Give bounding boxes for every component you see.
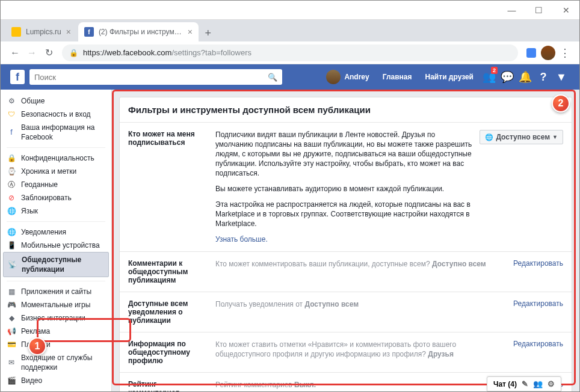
chat-bar[interactable]: Чат (4) ✎ 👥 ⚙ <box>487 376 561 391</box>
sidebar-icon: 🛡 <box>7 109 16 119</box>
sidebar-item-label: Безопасность и вход <box>21 109 91 119</box>
settings-panel: Фильтры и инструменты доступной всем пуб… <box>119 97 572 391</box>
sidebar-item-label: Геоданные <box>21 180 58 189</box>
nav-home[interactable]: Главная <box>377 64 418 90</box>
avatar <box>541 46 555 60</box>
people-icon[interactable]: 👥 <box>533 379 543 388</box>
url-domain: https://web.facebook.com <box>83 48 171 57</box>
forward-button[interactable]: → <box>23 44 40 61</box>
annotation-number-2: 2 <box>552 94 570 112</box>
fb-search-box[interactable]: 🔍 <box>29 69 282 85</box>
favicon: f <box>84 27 94 37</box>
friend-requests-icon[interactable]: 👥2 <box>481 64 498 90</box>
new-tab-button[interactable]: + <box>200 25 217 41</box>
sidebar-icon: f <box>7 127 16 137</box>
sidebar-icon: 📢 <box>7 326 16 336</box>
browser-tab[interactable]: Lumpics.ru × <box>5 22 77 41</box>
gear-icon[interactable]: ⚙ <box>548 379 555 388</box>
url-input[interactable]: 🔒 https://web.facebook.com/settings?tab=… <box>62 44 518 61</box>
setting-description: Кто может комментировать ваши публикации… <box>215 259 506 269</box>
audience-dropdown[interactable]: 🌐Доступно всем▼ <box>480 130 563 144</box>
sidebar-item[interactable]: ⚙Общие <box>1 94 111 108</box>
tab-title: Lumpics.ru <box>26 28 61 36</box>
settings-main: Фильтры и инструменты доступной всем пуб… <box>112 90 579 391</box>
close-icon[interactable]: × <box>188 27 193 37</box>
setting-label: Кто может на меня подписываться <box>128 130 215 147</box>
extension-button[interactable] <box>523 44 540 61</box>
search-input[interactable] <box>34 73 268 82</box>
sidebar-item[interactable]: 🎮Моментальные игры <box>1 298 111 311</box>
setting-action: Редактировать <box>513 259 563 268</box>
settings-row: Доступные всем уведомления о публикацииП… <box>120 292 572 332</box>
sidebar-item-label: Видео <box>21 376 42 385</box>
sidebar-item[interactable]: ✉Входящие от службы поддержки <box>1 351 111 374</box>
page-title: Фильтры и инструменты доступной всем пуб… <box>120 97 572 123</box>
sidebar-item[interactable]: ▦Приложения и сайты <box>1 285 111 298</box>
sidebar-icon: Ⓐ <box>7 180 16 189</box>
sidebar-icon: ✉ <box>7 358 16 367</box>
edit-link[interactable]: Редактировать <box>513 340 563 348</box>
sidebar-item[interactable]: 🎬Видео <box>1 374 111 387</box>
annotation-number-1: 1 <box>28 337 46 355</box>
profile-link[interactable]: Andrey <box>320 64 375 90</box>
window-titlebar: — ☐ ✕ <box>1 1 579 20</box>
sidebar-item[interactable]: ◆Бизнес-интеграции <box>1 311 111 325</box>
nav-find-friends[interactable]: Найти друзей <box>419 64 480 90</box>
dropdown-icon[interactable]: ▼ <box>553 64 570 90</box>
sidebar-icon: 🌐 <box>7 227 16 237</box>
sidebar-item-label: Моментальные игры <box>21 300 90 310</box>
dropdown-label: Доступно всем <box>496 133 550 141</box>
edit-link[interactable]: Редактировать <box>513 259 563 268</box>
fb-logo[interactable]: f <box>10 70 25 84</box>
back-button[interactable]: ← <box>7 44 23 61</box>
messenger-icon[interactable]: 💬 <box>499 64 516 90</box>
browser-tab-bar: Lumpics.ru × f (2) Фильтры и инструменты… <box>1 20 579 41</box>
sidebar-item-label: Заблокировать <box>21 193 72 203</box>
notifications-icon[interactable]: 🔔 <box>517 64 534 90</box>
sidebar-icon: ⊘ <box>7 193 16 203</box>
sidebar-item[interactable]: 🌐Уведомления <box>1 225 111 239</box>
setting-label: Комментарии к общедоступным публикациям <box>128 259 215 284</box>
sidebar-icon: ⌚ <box>7 167 16 176</box>
profile-button[interactable] <box>540 44 557 61</box>
setting-label: Доступные всем уведомления о публикации <box>128 299 215 325</box>
learn-more-link[interactable]: Узнать больше. <box>215 235 268 243</box>
sidebar-icon: ▦ <box>7 287 16 296</box>
chat-label: Чат (4) <box>493 380 517 388</box>
sidebar-item[interactable]: 📡Общедоступные публикации <box>3 252 109 277</box>
sidebar-item[interactable]: 🔒Конфиденциальность <box>1 152 111 165</box>
sidebar-icon: 🎮 <box>7 300 16 310</box>
window-minimize-button[interactable]: — <box>498 1 525 20</box>
help-icon[interactable]: ? <box>535 64 552 90</box>
settings-row: Кто может на меня подписыватьсяПодписчик… <box>120 123 572 252</box>
browser-menu-button[interactable]: ⋮ <box>557 44 573 61</box>
reload-button[interactable]: ↻ <box>40 44 57 61</box>
edit-icon[interactable]: ✎ <box>522 379 528 388</box>
sidebar-item[interactable]: 🛡Безопасность и вход <box>1 108 111 121</box>
browser-tab-active[interactable]: f (2) Фильтры и инструменты дос × <box>78 22 199 41</box>
sidebar-item-label: Общедоступные публикации <box>22 255 105 274</box>
sidebar-item[interactable]: ⊘Заблокировать <box>1 191 111 204</box>
settings-sidebar: ⚙Общие🛡Безопасность и входfВаша информац… <box>1 90 112 391</box>
window-close-button[interactable]: ✕ <box>552 1 579 20</box>
setting-description: Получать уведомления от Доступно всем <box>215 299 506 309</box>
sidebar-item[interactable]: 🌐Язык <box>1 204 111 218</box>
close-icon[interactable]: × <box>66 27 71 37</box>
window-maximize-button[interactable]: ☐ <box>525 1 552 20</box>
sidebar-icon: 🎬 <box>7 376 16 385</box>
sidebar-item[interactable]: 📢Реклама <box>1 325 111 338</box>
sidebar-item[interactable]: ⒶГеоданные <box>1 178 111 191</box>
sidebar-item[interactable]: ⌚Хроника и метки <box>1 165 111 178</box>
sidebar-icon: ◆ <box>7 313 16 323</box>
sidebar-item-label: Конфиденциальность <box>21 153 94 163</box>
sidebar-item[interactable]: 💳Платежи <box>1 338 111 351</box>
setting-label: Информация по общедоступному профилю <box>128 340 215 365</box>
search-icon[interactable]: 🔍 <box>268 73 277 82</box>
sidebar-item-label: Входящие от службы поддержки <box>21 353 105 372</box>
sidebar-item-label: Язык <box>21 206 38 216</box>
setting-action: 🌐Доступно всем▼ <box>480 130 563 144</box>
sidebar-item-label: Мобильные устройства <box>21 240 100 250</box>
sidebar-item[interactable]: 📱Мобильные устройства <box>1 239 111 252</box>
sidebar-item[interactable]: fВаша информация на Facebook <box>1 121 111 144</box>
edit-link[interactable]: Редактировать <box>513 299 563 308</box>
